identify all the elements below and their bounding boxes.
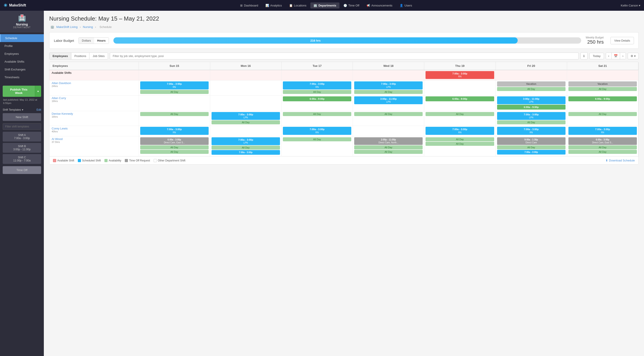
employee-name-davidson[interactable]: Allan Davidson <box>52 82 137 85</box>
curry-mon <box>210 95 281 111</box>
shift-chip[interactable]: 3:00p - 11:00pLPN <box>497 96 566 104</box>
schedule-filter-input[interactable] <box>110 52 579 60</box>
info-button[interactable]: ℹ <box>580 52 588 60</box>
calendar-button[interactable]: 📅 <box>612 53 620 59</box>
shift-chip[interactable]: 6:00a - 3:00pDirect Care, East S... <box>568 137 637 145</box>
sidebar-item-timesheets[interactable]: Timesheets <box>0 73 44 81</box>
allday-chip[interactable]: All Day <box>283 90 351 94</box>
shift-chip[interactable]: 7:00a - 3:00pRN <box>140 82 209 89</box>
app-logo[interactable]: ✳ MakeShift <box>4 3 26 8</box>
shift-chip[interactable]: 7:00a - 3:00pRN <box>283 127 351 134</box>
shift-template-c[interactable]: Shift C 11:00p - 7:00a <box>3 154 41 164</box>
view-details-button[interactable]: View Details <box>610 37 634 44</box>
lewis-sun: 7:00a - 3:00pRN <box>139 126 210 136</box>
curry-tue: 6:00a - 9:00p <box>281 95 353 111</box>
shift-chip[interactable]: 7:00a - 3:00pLPN <box>354 82 422 89</box>
allday-chip: All Day <box>568 112 637 116</box>
shift-chip[interactable]: 7:00a - 3:00pLPN <box>497 112 566 120</box>
legend-availability: Availability <box>104 159 121 162</box>
budget-toggle-hours[interactable]: Hours <box>94 38 109 44</box>
shift-chip[interactable]: 3:00p - 11:00pLPN <box>354 96 422 104</box>
publish-this-week-button[interactable]: Publish This Week <box>3 86 35 97</box>
new-shift-button[interactable]: New Shift <box>3 113 41 121</box>
davidson-sat: Vacation All Day <box>567 80 638 95</box>
nav-locations[interactable]: 📋Locations <box>286 2 310 8</box>
nav-users[interactable]: 👤Users <box>396 2 415 8</box>
shift-chip[interactable]: 7:00a - 3:00pRN <box>497 127 566 134</box>
vacation-chip[interactable]: Vacation <box>568 82 637 86</box>
filter-shift-templates-input[interactable] <box>3 123 41 130</box>
avail-shift-chip[interactable]: 7:00a - 3:00p RN <box>426 71 494 79</box>
employee-name-wood[interactable]: Al Wood <box>52 137 137 141</box>
avail-thu[interactable]: 7:00a - 3:00p RN <box>424 70 496 80</box>
davidson-sun: 7:00a - 3:00pRN All Day <box>139 80 210 95</box>
logo-icon: ✳ <box>4 3 8 8</box>
shift-chip[interactable]: 6:00a - 9:00p <box>568 96 637 101</box>
employee-name-lewis[interactable]: Corey Lewis <box>52 127 137 130</box>
sidebar-item-schedule[interactable]: Schedule <box>0 34 44 42</box>
allday-chip[interactable]: All Day <box>140 90 209 94</box>
tab-positions[interactable]: Positions <box>71 53 90 59</box>
shift-templates-edit-button[interactable]: Edit <box>36 108 41 111</box>
allday-chip: All Day <box>568 145 637 150</box>
tab-job-sites[interactable]: Job Sites <box>90 53 108 59</box>
shift-chip[interactable]: 7:00a - 3:00pRN <box>140 127 209 134</box>
download-schedule-link[interactable]: ⬇ Download Schedule <box>606 159 635 162</box>
nav-dashboard[interactable]: ⊞Dashboard <box>237 2 262 8</box>
budget-weekly-value: 250 hrs <box>586 39 604 45</box>
available-shifts-label: Available Shifts <box>52 71 72 74</box>
shift-chip[interactable]: 6:00a - 9:00p <box>283 96 351 101</box>
shift-chip[interactable]: 7:00a - 3:00pRN <box>568 127 637 134</box>
shift-template-b[interactable]: Shift B 3:00p - 11:00p <box>3 143 41 153</box>
view-tab-group: Employees Positions Job Sites <box>49 52 108 60</box>
shift-chip[interactable]: 2:00p - 11:00pDirect Care, North... <box>354 137 422 145</box>
nav-time-off[interactable]: 🕐Time Off <box>340 2 362 8</box>
employee-cell-lewis: Corey Lewis 40hrs <box>50 126 139 136</box>
employee-name-kennedy[interactable]: Denise Kennedy <box>52 112 137 116</box>
breadcrumb-current: Schedule <box>100 25 112 28</box>
shift-chip[interactable]: 9:00a - 1:30pDirect Care <box>497 137 566 145</box>
prev-week-button[interactable]: ‹ <box>606 53 612 59</box>
allday-chip[interactable]: All Day <box>354 90 422 94</box>
next-week-button[interactable]: › <box>620 53 626 59</box>
nav-departments[interactable]: 🏢Departments <box>310 2 339 8</box>
nav-announcements[interactable]: 📢Announcements <box>363 2 396 8</box>
shift-chip[interactable]: 6:00a - 3:00pDirect Care, East S... <box>140 137 209 145</box>
tab-employees[interactable]: Employees <box>50 53 71 59</box>
breadcrumb-dept[interactable]: Nursing <box>83 25 93 28</box>
wood-wed: 2:00p - 11:00pDirect Care, North... All … <box>353 136 424 156</box>
shift-chip[interactable]: 7:00a - 3:00pRN <box>426 127 494 134</box>
shift-chip[interactable]: 7:00a - 3:00p <box>497 150 566 154</box>
time-off-button[interactable]: Time Off <box>3 166 41 174</box>
shift-chip[interactable]: 7:00a - 3:00pRN <box>283 82 351 89</box>
table-row: Allan Curry 16hrs 6:00a - 9:00p 3:00p - … <box>50 95 638 111</box>
available-shifts-label-cell: Available Shifts <box>50 70 139 80</box>
publish-dropdown-button[interactable]: ▾ <box>35 86 41 97</box>
shift-chip[interactable]: 7:00a - 3:00pLPN <box>212 137 280 145</box>
user-menu[interactable]: Kellin Carson ▾ <box>621 4 640 7</box>
sidebar-item-profile[interactable]: Profile <box>0 42 44 50</box>
shift-chip[interactable]: 6:00a - 9:00p <box>497 105 566 110</box>
col-sun15: Sun 15 <box>139 62 210 70</box>
shift-chip[interactable]: 7:00a - 3:00p <box>212 150 280 155</box>
curry-wed: 3:00p - 11:00pLPN <box>353 95 424 111</box>
breadcrumb-root[interactable]: MakeShift Living <box>56 25 78 28</box>
shift-chip[interactable]: 6:00a - 9:00p <box>426 96 494 101</box>
today-button[interactable]: Today <box>590 53 604 59</box>
sidebar-item-shift-exchanges[interactable]: Shift Exchanges <box>0 66 44 73</box>
shift-chip[interactable]: 7:00a - 3:00pLPN <box>212 112 280 120</box>
kennedy-sun: All Day <box>139 111 210 126</box>
budget-toggle-dollars[interactable]: Dollars <box>79 38 94 44</box>
employee-name-curry[interactable]: Allan Curry <box>52 96 137 100</box>
schedule-settings-button[interactable]: ⚙▾ <box>628 53 639 59</box>
kennedy-wed: All Day <box>353 111 424 126</box>
sidebar-item-available-shifts[interactable]: Available Shifts <box>0 58 44 66</box>
col-thu19: Thu 19 <box>424 62 496 70</box>
legend-time-off: Time Off Request <box>125 159 150 162</box>
allday-chip: All Day <box>354 150 422 154</box>
shift-template-a[interactable]: Shift A 7:00a - 3:00p <box>3 132 41 142</box>
nav-analytics[interactable]: 📊Analytics <box>262 2 285 8</box>
vacation-chip[interactable]: Vacation <box>497 82 566 86</box>
wood-sun: 6:00a - 3:00pDirect Care, East S... All … <box>139 136 210 156</box>
sidebar-item-employees[interactable]: Employees <box>0 50 44 58</box>
